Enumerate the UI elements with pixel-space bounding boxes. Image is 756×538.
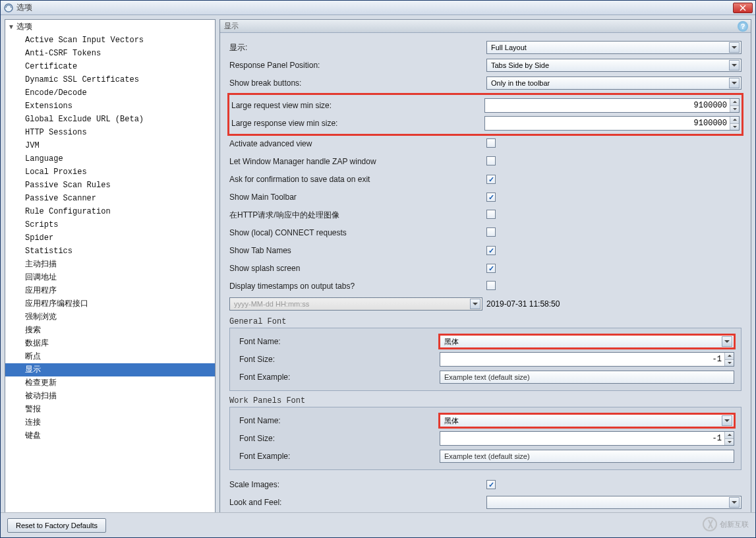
tree-item[interactable]: Dynamic SSL Certificates bbox=[5, 73, 215, 86]
chevron-down-icon[interactable] bbox=[729, 60, 740, 71]
tree-item[interactable]: 显示 bbox=[5, 363, 215, 376]
tree-item[interactable]: 主动扫描 bbox=[5, 258, 215, 271]
combo-look-and-feel[interactable] bbox=[486, 496, 741, 509]
field-gf-font-example: Example text (default size) bbox=[440, 371, 734, 384]
tree-item[interactable]: 键盘 bbox=[5, 429, 215, 442]
spinner-wf-font-size[interactable]: -1 bbox=[440, 431, 734, 446]
tree-item[interactable]: 数据库 bbox=[5, 337, 215, 350]
tree-item[interactable]: 连接 bbox=[5, 416, 215, 429]
label-show-toolbar: Show Main Toolbar bbox=[229, 193, 486, 202]
spinner-gf-font-size[interactable]: -1 bbox=[440, 352, 734, 367]
chevron-down-icon[interactable] bbox=[729, 42, 740, 53]
label-wf-font-name: Font Name: bbox=[237, 416, 440, 425]
spinner-up-icon[interactable] bbox=[730, 117, 739, 124]
label-large-request: Large request view min size: bbox=[231, 101, 484, 110]
tree-item[interactable]: 检查更新 bbox=[5, 376, 215, 390]
label-gf-font-size: Font Size: bbox=[237, 355, 440, 364]
label-response-panel-position: Response Panel Position: bbox=[229, 61, 486, 70]
label-ask-confirm: Ask for confirmation to save data on exi… bbox=[229, 175, 486, 184]
label-large-response: Large response view min size: bbox=[231, 119, 484, 128]
panel-header: 显示 bbox=[220, 20, 751, 33]
app-icon bbox=[3, 3, 14, 13]
combo-response-panel-position[interactable]: Tabs Side by Side bbox=[486, 59, 741, 72]
spinner-up-icon[interactable] bbox=[725, 353, 734, 360]
panel-title: 显示 bbox=[224, 21, 239, 31]
tree-item[interactable]: Local Proxies bbox=[5, 165, 215, 179]
tree-item[interactable]: HTTP Sessions bbox=[5, 126, 215, 139]
tree-item[interactable]: Global Exclude URL (Beta) bbox=[5, 113, 215, 126]
spinner-up-icon[interactable] bbox=[730, 99, 739, 106]
combo-wf-font-name[interactable]: 黑体 bbox=[440, 414, 734, 427]
spinner-up-icon[interactable] bbox=[725, 432, 734, 439]
label-show-tab-names: Show Tab Names bbox=[229, 246, 486, 255]
group-box-general-font: Font Name: 黑体 Font Size: -1 Font Example… bbox=[229, 328, 741, 391]
help-icon[interactable]: ? bbox=[738, 21, 748, 32]
label-show-break-buttons: Show break buttons: bbox=[229, 78, 486, 88]
tree-item[interactable]: Language bbox=[5, 152, 215, 165]
chevron-down-icon[interactable] bbox=[722, 415, 732, 426]
group-box-work-font: Font Name: 黑体 Font Size: -1 Font Example… bbox=[229, 407, 741, 470]
window-title: 选项 bbox=[16, 2, 733, 13]
combo-gf-font-name[interactable]: 黑体 bbox=[440, 335, 734, 348]
check-show-connect[interactable] bbox=[486, 227, 496, 237]
label-let-wm: Let Window Manager handle ZAP window bbox=[229, 157, 486, 166]
label-look-and-feel: Look and Feel: bbox=[229, 498, 486, 507]
tree-item[interactable]: 回调地址 bbox=[5, 271, 215, 284]
tree-item[interactable]: 被动扫描 bbox=[5, 390, 215, 403]
check-show-toolbar[interactable] bbox=[486, 193, 496, 202]
check-ask-confirm[interactable] bbox=[486, 175, 496, 184]
tree-item[interactable]: 搜索 bbox=[5, 324, 215, 337]
tree-item[interactable]: Passive Scan Rules bbox=[5, 179, 215, 192]
chevron-down-icon bbox=[470, 299, 480, 309]
spinner-large-request[interactable]: 9100000 bbox=[484, 98, 740, 113]
combo-show-break-buttons[interactable]: Only in the toolbar bbox=[486, 76, 741, 90]
reset-defaults-button[interactable]: Reset to Factory Defaults bbox=[7, 518, 106, 533]
check-http-images[interactable] bbox=[486, 210, 496, 219]
field-wf-font-example: Example text (default size) bbox=[440, 450, 734, 463]
tree-item[interactable]: Spider bbox=[5, 231, 215, 245]
settings-panel: 显示 ? 显示: Full Layout Response Panel Posi… bbox=[219, 19, 751, 533]
check-let-wm[interactable] bbox=[486, 156, 496, 165]
tree-item[interactable]: Scripts bbox=[5, 218, 215, 231]
tree-item[interactable]: Extensions bbox=[5, 100, 215, 113]
tree-item[interactable]: 警报 bbox=[5, 403, 215, 416]
options-tree[interactable]: ▼ 选项 Active Scan Input VectorsAnti-CSRF … bbox=[5, 19, 216, 533]
spinner-down-icon[interactable] bbox=[730, 106, 739, 113]
chevron-down-icon[interactable] bbox=[729, 78, 740, 88]
check-display-timestamps[interactable] bbox=[486, 281, 496, 290]
chevron-down-icon[interactable] bbox=[729, 497, 740, 508]
tree-item[interactable]: Anti-CSRF Tokens bbox=[5, 47, 215, 60]
tree-item[interactable]: Statistics bbox=[5, 245, 215, 258]
check-show-tab-names[interactable] bbox=[486, 246, 496, 255]
tree-item[interactable]: 应用程序 bbox=[5, 284, 215, 297]
tree-item[interactable]: Encode/Decode bbox=[5, 86, 215, 100]
group-work-font: Work Panels Font bbox=[229, 396, 741, 405]
tree-item[interactable]: Rule Configuration bbox=[5, 205, 215, 218]
tree-item[interactable]: 断点 bbox=[5, 350, 215, 363]
tree-item[interactable]: 强制浏览 bbox=[5, 311, 215, 324]
combo-timestamp-format: yyyy-MM-dd HH:mm:ss bbox=[229, 297, 482, 311]
tree-item[interactable]: Active Scan Input Vectors bbox=[5, 34, 215, 47]
spinner-down-icon[interactable] bbox=[730, 124, 739, 131]
check-show-splash[interactable] bbox=[486, 264, 496, 273]
close-button[interactable] bbox=[733, 3, 753, 13]
spinner-large-response[interactable]: 9100000 bbox=[484, 116, 740, 131]
label-display: 显示: bbox=[229, 42, 486, 53]
label-http-images: 在HTTP请求/响应中的处理图像 bbox=[229, 210, 486, 221]
label-activate-advanced: Activate advanced view bbox=[229, 139, 486, 148]
tree-item[interactable]: Passive Scanner bbox=[5, 192, 215, 205]
check-scale-images[interactable] bbox=[486, 480, 496, 489]
tree-toggle-icon[interactable]: ▼ bbox=[8, 23, 15, 30]
label-scale-images: Scale Images: bbox=[229, 480, 486, 489]
label-wf-font-size: Font Size: bbox=[237, 434, 440, 443]
title-bar: 选项 bbox=[1, 1, 755, 15]
spinner-down-icon[interactable] bbox=[725, 360, 734, 367]
tree-item[interactable]: 应用程序编程接口 bbox=[5, 297, 215, 311]
spinner-down-icon[interactable] bbox=[725, 439, 734, 446]
check-activate-advanced[interactable] bbox=[486, 138, 496, 148]
chevron-down-icon[interactable] bbox=[722, 336, 732, 347]
tree-item[interactable]: Certificate bbox=[5, 60, 215, 73]
tree-root-label[interactable]: 选项 bbox=[16, 22, 32, 31]
tree-item[interactable]: JVM bbox=[5, 139, 215, 152]
combo-display[interactable]: Full Layout bbox=[486, 41, 741, 54]
